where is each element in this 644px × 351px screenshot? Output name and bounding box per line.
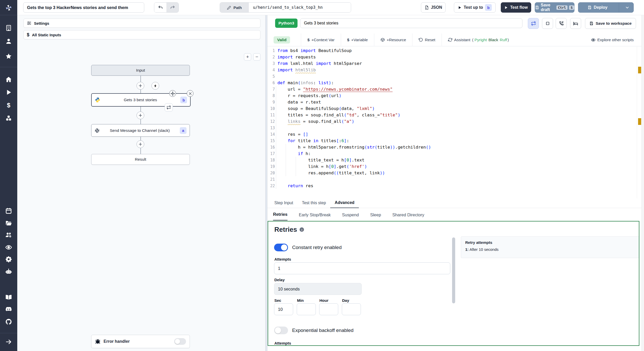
users-cog-icon[interactable]: [5, 232, 12, 238]
calendar-icon[interactable]: [5, 207, 12, 214]
redo-button[interactable]: [166, 3, 179, 12]
assistant-button[interactable]: Assistant (Pyright Black Ruff): [448, 38, 509, 42]
eye-icon[interactable]: [5, 244, 12, 251]
code-line: 4import html5lib: [267, 67, 644, 73]
suspend-phone-icon-button[interactable]: [556, 18, 567, 29]
script-editor-panel: Python3 Save to workspace Valid $ +Conte…: [267, 15, 644, 351]
delay-input[interactable]: [274, 283, 362, 295]
gear-icon[interactable]: [5, 256, 12, 263]
deploy-button[interactable]: Deploy: [578, 2, 634, 13]
subtab-retries[interactable]: Retries: [273, 212, 287, 220]
info-icon[interactable]: i: [300, 227, 304, 232]
subtab-sleep[interactable]: Sleep: [370, 212, 381, 220]
error-handler-label: Error handler: [104, 339, 130, 344]
star-icon[interactable]: [5, 53, 12, 60]
folder-open-icon[interactable]: [5, 220, 12, 227]
step-name-input[interactable]: [300, 18, 522, 28]
discord-icon[interactable]: [5, 306, 12, 313]
add-step-button[interactable]: [137, 140, 144, 148]
code-line: 2import requests: [267, 54, 644, 60]
file-json-icon: [425, 5, 429, 10]
warning-marker: [638, 67, 641, 73]
flow-node-result[interactable]: Result: [91, 154, 190, 165]
save-draft-button[interactable]: Save draft Ctrl S: [535, 2, 574, 13]
error-handler-node[interactable]: Error handler: [91, 335, 190, 348]
scrollbar-track[interactable]: [641, 15, 644, 351]
book-open-icon[interactable]: [5, 294, 12, 301]
min-input[interactable]: [297, 303, 316, 315]
windmill-logo-icon[interactable]: [5, 4, 12, 11]
deploy-dropdown-button[interactable]: [621, 5, 633, 10]
code-line: 19 link = h[0].get('href'): [267, 163, 644, 170]
day-input[interactable]: [342, 303, 361, 315]
dollar-icon: $: [307, 38, 310, 42]
tab-step-input[interactable]: Step Input: [270, 201, 298, 208]
sec-label: Sec: [274, 298, 281, 303]
save-to-workspace-button[interactable]: Save to workspace: [585, 18, 636, 29]
building-icon[interactable]: [5, 24, 12, 31]
path-label[interactable]: Path: [220, 3, 249, 12]
hour-input[interactable]: [319, 303, 338, 315]
linter-pyright: Pyright: [474, 38, 487, 42]
add-context-var-button[interactable]: $ +Context Var: [307, 38, 334, 42]
add-step-button[interactable]: [137, 82, 144, 90]
home-icon[interactable]: [5, 76, 12, 83]
test-up-to-button[interactable]: Test up to b: [454, 2, 496, 13]
flow-node-input[interactable]: Input: [91, 65, 190, 76]
code-editor[interactable]: 1from bs4 import BeautifulSoup2import re…: [267, 47, 644, 198]
exponential-backoff-toggle[interactable]: [274, 327, 288, 334]
attempts-input[interactable]: [274, 262, 450, 274]
add-resource-button[interactable]: +Resource: [380, 38, 406, 42]
zoom-out-button[interactable]: −: [253, 53, 260, 61]
github-icon[interactable]: [5, 318, 12, 325]
flow-settings-button[interactable]: Settings: [23, 19, 260, 28]
flow-node-step1-label: Gets 3 best stories: [124, 98, 157, 102]
path-input[interactable]: [249, 3, 351, 12]
flow-node-step2[interactable]: Send Message to Channel (slack) a: [91, 124, 190, 137]
arrow-right-icon[interactable]: [5, 338, 12, 345]
undo-button[interactable]: [154, 3, 166, 12]
tab-advanced[interactable]: Advanced: [330, 200, 359, 208]
add-variable-button[interactable]: $ +Variable: [347, 38, 368, 42]
sidebar-divider: [0, 67, 17, 67]
flow-node-step1[interactable]: Gets 3 best stories b: [91, 93, 191, 107]
min-label: Min: [297, 298, 304, 303]
subtab-suspend[interactable]: Suspend: [342, 212, 359, 220]
trigger-bolt-button[interactable]: [151, 82, 159, 90]
sidebar: $: [0, 0, 17, 351]
zoom-in-button[interactable]: +: [244, 53, 251, 61]
dollar-icon[interactable]: $: [5, 102, 12, 109]
subtab-early-stop[interactable]: Early Stop/Break: [299, 212, 331, 220]
dollar-icon: $: [27, 32, 29, 38]
retries-scrollbar[interactable]: [452, 237, 455, 303]
delete-node-button[interactable]: [187, 90, 193, 97]
explore-other-scripts-button[interactable]: Explore other scripts: [591, 38, 634, 42]
user-icon[interactable]: [5, 38, 12, 45]
valid-badge: Valid: [274, 36, 290, 44]
early-stop-square-icon-button[interactable]: [542, 18, 553, 29]
error-handler-toggle[interactable]: [174, 338, 186, 345]
all-static-inputs-button[interactable]: $ All Static Inputs: [23, 30, 260, 39]
tab-test-this-step[interactable]: Test this step: [298, 201, 330, 208]
constant-retry-toggle[interactable]: [274, 244, 288, 251]
deploy-label: Deploy: [594, 5, 607, 10]
flow-title-input[interactable]: [23, 2, 144, 13]
reset-button[interactable]: Reset: [419, 38, 435, 42]
save-draft-label: Save draft: [541, 3, 555, 12]
play-icon[interactable]: [5, 89, 12, 96]
subtab-shared-directory[interactable]: Shared Directory: [392, 212, 424, 220]
sec-input[interactable]: [274, 303, 293, 315]
add-step-button[interactable]: [137, 112, 144, 119]
undo-redo-group: [154, 2, 179, 13]
json-button[interactable]: JSON: [421, 2, 446, 13]
robot-icon[interactable]: [5, 268, 12, 275]
test-flow-button[interactable]: Test flow: [501, 2, 531, 13]
panel-resize-handle[interactable]: [265, 15, 267, 351]
retries-repeat-icon-button[interactable]: [528, 18, 539, 29]
sleep-bed-icon-button[interactable]: [570, 18, 581, 29]
step-tabs: Step Input Test this step Advanced: [267, 198, 644, 208]
retry-loop-indicator[interactable]: [165, 103, 173, 112]
attempts-label: Attempts: [274, 257, 291, 261]
move-node-button[interactable]: [169, 90, 176, 97]
boxes-icon[interactable]: [5, 115, 12, 122]
